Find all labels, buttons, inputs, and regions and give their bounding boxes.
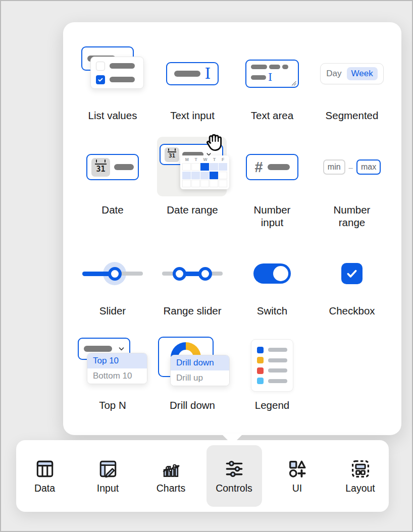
- calendar-icon: 31: [91, 158, 110, 177]
- controls-picker-popup: List values I Text input: [63, 22, 401, 435]
- legend-swatch: [257, 367, 264, 374]
- hand-grab-cursor-icon: [202, 130, 226, 153]
- menu-item: Bottom 10: [87, 368, 147, 384]
- range-slider-icon: [161, 260, 224, 287]
- legend-swatch: [257, 378, 264, 384]
- checkbox-checked-icon: [96, 75, 105, 84]
- control-item-label: Switch: [257, 304, 287, 317]
- control-item-label: Top N: [99, 399, 126, 411]
- control-item-label: Slider: [99, 304, 126, 317]
- control-item-text-input[interactable]: I Text input: [152, 43, 232, 122]
- tab-label: Controls: [216, 483, 252, 494]
- tab-ui[interactable]: UI: [270, 445, 325, 507]
- control-item-segmented[interactable]: Day Week Segmented: [312, 43, 392, 122]
- control-item-label: Date range: [167, 203, 218, 216]
- table-icon: [34, 458, 56, 480]
- tab-data[interactable]: Data: [17, 445, 73, 507]
- date-input-icon: 31: [86, 154, 139, 180]
- drill-down-icon: Drill down Drill up: [157, 337, 228, 394]
- min-box: min: [323, 159, 345, 174]
- switch-on-icon: [253, 263, 291, 284]
- control-item-switch[interactable]: Switch: [232, 251, 312, 317]
- shapes-icon: [286, 458, 308, 480]
- calendar-icon: 31: [165, 147, 179, 162]
- legend-swatch: [257, 347, 264, 353]
- popup-notch: [221, 434, 243, 445]
- list-values-menu-shape: [90, 57, 144, 89]
- segment-option-selected: Week: [347, 67, 378, 80]
- tab-label: Layout: [345, 483, 375, 494]
- control-item-label: Number range: [322, 203, 382, 229]
- hash-icon: #: [254, 160, 263, 175]
- legend-icon: [251, 339, 293, 392]
- slider-knob: [173, 267, 186, 281]
- menu-item: Drill up: [171, 370, 229, 386]
- slider-knob: [198, 267, 212, 281]
- sliders-icon: [223, 458, 245, 480]
- resize-handle-icon: [291, 80, 296, 86]
- text-cursor-icon: I: [268, 72, 272, 83]
- segment-option: Day: [326, 69, 341, 79]
- page-background: List values I Text input: [0, 0, 413, 532]
- control-item-label: Drill down: [170, 399, 215, 411]
- bar-line-chart-icon: [160, 458, 182, 480]
- bottom-toolbar: Data Input Charts: [16, 440, 389, 512]
- date-range-icon: 31 M T W T F: [157, 137, 228, 197]
- checkbox-checked-icon: [341, 263, 363, 284]
- top-n-icon: Top 10 Bottom 10: [78, 338, 147, 393]
- control-item-legend[interactable]: Legend: [232, 337, 312, 411]
- text-input-icon: I: [166, 62, 219, 85]
- control-item-range-slider[interactable]: Range slider: [152, 251, 232, 317]
- slider-knob: [108, 267, 122, 281]
- control-item-text-area[interactable]: I Text area: [232, 43, 312, 122]
- legend-swatch: [257, 357, 264, 363]
- tab-label: Data: [34, 483, 55, 494]
- tab-label: Input: [97, 483, 119, 494]
- slider-icon: [81, 260, 144, 287]
- top-n-menu: Top 10 Bottom 10: [87, 353, 147, 384]
- number-input-icon: #: [246, 154, 298, 180]
- tab-charts[interactable]: Charts: [143, 445, 199, 507]
- control-item-drill-down[interactable]: Drill down Drill up Drill down: [152, 337, 232, 411]
- input-edit-icon: [97, 458, 119, 480]
- control-item-date-range[interactable]: 31 M T W T F: [152, 136, 232, 229]
- control-item-date[interactable]: 31 Date: [73, 136, 152, 229]
- control-item-number-range[interactable]: min – max Number range: [312, 136, 392, 229]
- range-dash: –: [349, 163, 353, 172]
- control-item-label: Text area: [251, 109, 293, 122]
- segmented-control-icon: Day Week: [320, 63, 383, 84]
- control-item-label: Date: [101, 203, 123, 216]
- mini-calendar: M T W T F: [180, 155, 229, 189]
- control-item-top-n[interactable]: Top 10 Bottom 10 Top N: [73, 337, 152, 411]
- checkbox-unchecked-icon: [96, 62, 105, 71]
- tab-input[interactable]: Input: [80, 445, 136, 507]
- control-item-label: Checkbox: [329, 304, 375, 317]
- text-area-icon: I: [245, 60, 299, 88]
- control-item-checkbox[interactable]: Checkbox: [312, 251, 392, 317]
- tab-label: Charts: [157, 483, 185, 494]
- control-item-label: Text input: [170, 109, 215, 122]
- control-item-list-values[interactable]: List values: [73, 43, 152, 122]
- number-range-icon: min – max: [323, 159, 381, 174]
- chevron-down-icon: [119, 347, 124, 351]
- text-cursor-icon: I: [205, 66, 211, 81]
- control-item-slider[interactable]: Slider: [73, 251, 152, 317]
- max-box: max: [356, 159, 381, 174]
- mini-calendar-grid: [182, 163, 227, 187]
- menu-item: Drill down: [171, 355, 229, 370]
- tab-label: UI: [292, 483, 302, 494]
- control-item-label: List values: [88, 109, 137, 122]
- control-item-number-input[interactable]: # Number input: [232, 136, 312, 229]
- tab-layout[interactable]: Layout: [333, 445, 388, 507]
- control-item-label: Range slider: [163, 304, 221, 317]
- mini-calendar-weekdays: M T W T F: [182, 157, 227, 162]
- control-item-label: Segmented: [326, 109, 379, 122]
- menu-item: Top 10: [87, 353, 147, 368]
- drill-menu: Drill down Drill up: [170, 355, 230, 386]
- layout-group-icon: [349, 458, 372, 480]
- control-item-label: Number input: [242, 203, 302, 229]
- control-item-label: Legend: [255, 399, 289, 411]
- tab-controls[interactable]: Controls: [206, 445, 262, 507]
- list-values-icon: [81, 45, 144, 102]
